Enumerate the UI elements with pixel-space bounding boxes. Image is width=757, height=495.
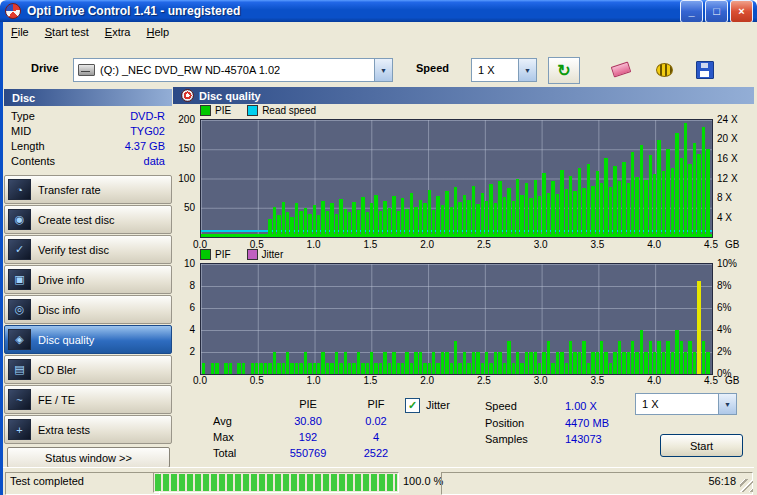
chart-bar bbox=[481, 363, 484, 374]
refresh-button[interactable]: ↻ bbox=[548, 57, 580, 84]
status-window-button[interactable]: Status window >> bbox=[7, 447, 170, 468]
pif-legend: PIFJitter bbox=[200, 249, 283, 260]
axis-tick-label: 1.5 bbox=[363, 239, 377, 250]
resize-grip[interactable] bbox=[740, 479, 753, 492]
chart-bar bbox=[485, 201, 488, 237]
disc-info-icon: ◎ bbox=[8, 299, 31, 320]
maximize-button[interactable]: □ bbox=[705, 0, 728, 23]
chart-bar bbox=[516, 352, 519, 374]
chart-bar bbox=[529, 352, 532, 374]
disc-info-row: Length4.37 GB bbox=[3, 139, 173, 154]
chart-bar bbox=[352, 202, 355, 237]
title-bar[interactable]: Opti Drive Control 1.41 - unregistered _… bbox=[0, 0, 757, 22]
drive-select[interactable]: (Q:) _NEC DVD_RW ND-4570A 1.02 ▼ bbox=[73, 58, 393, 82]
sidebar-item-label: Disc quality bbox=[38, 334, 94, 346]
axis-tick-label: 2.5 bbox=[477, 239, 491, 250]
chart-bar bbox=[688, 164, 691, 237]
chart-bar bbox=[348, 212, 351, 237]
chart-bar bbox=[264, 234, 267, 237]
axis-unit-label: GB bbox=[725, 375, 739, 386]
chart-bar bbox=[326, 363, 329, 374]
sidebar: Disc TypeDVD-RMIDTYG02Length4.37 GBConte… bbox=[3, 87, 174, 467]
pie-axis-right: 24 X20 X16 X12 X8 X4 X bbox=[714, 119, 752, 236]
chart-bar bbox=[357, 352, 360, 374]
pif-axis-right: 10%8%6%4%2%0% bbox=[714, 263, 752, 373]
stat-label: Avg bbox=[213, 415, 232, 427]
chart-bar bbox=[516, 179, 519, 238]
bee-button[interactable] bbox=[649, 57, 679, 82]
chart-bar bbox=[432, 352, 435, 374]
chart-bar bbox=[374, 195, 377, 237]
menu-extra[interactable]: Extra bbox=[97, 24, 139, 40]
legend-item: PIE bbox=[200, 105, 231, 116]
speed-select[interactable]: 1 X ▼ bbox=[471, 58, 537, 82]
chart-bar bbox=[653, 352, 656, 374]
chart-bar bbox=[551, 363, 554, 374]
info-value: DVD-R bbox=[130, 109, 165, 124]
pie-bars bbox=[201, 120, 712, 237]
test-speed-select[interactable]: 1 X ▼ bbox=[635, 393, 737, 415]
chart-bar bbox=[414, 352, 417, 374]
sidebar-item-cd-bler[interactable]: ▤CD Bler bbox=[4, 355, 172, 384]
axis-tick-label: 2 bbox=[189, 346, 195, 357]
chart-bar bbox=[467, 200, 470, 237]
drive-label: Drive bbox=[31, 62, 59, 74]
chart-bar bbox=[609, 363, 612, 374]
jitter-checkbox[interactable]: ✓ bbox=[405, 398, 420, 413]
speed-select-value: 1 X bbox=[472, 64, 495, 76]
menu-start-test[interactable]: Start test bbox=[37, 24, 97, 40]
chart-bar bbox=[339, 363, 342, 374]
close-button[interactable]: × bbox=[730, 0, 753, 23]
eraser-icon bbox=[611, 61, 632, 77]
chart-bar bbox=[644, 180, 647, 237]
samples-stat-value: 143073 bbox=[565, 433, 602, 445]
minimize-button[interactable]: _ bbox=[680, 0, 703, 23]
chart-bar bbox=[520, 195, 523, 237]
chart-bar bbox=[242, 235, 245, 237]
sidebar-item-verify-test-disc[interactable]: ✓Verify test disc bbox=[4, 235, 172, 264]
disc-info-row: Contentsdata bbox=[3, 154, 173, 169]
menu-file[interactable]: File bbox=[3, 24, 37, 40]
chart-bar bbox=[534, 352, 537, 374]
chart-bar bbox=[344, 209, 347, 237]
chart-bar bbox=[649, 155, 652, 237]
chart-bar bbox=[344, 352, 347, 374]
legend-swatch bbox=[200, 249, 211, 260]
chevron-down-icon[interactable]: ▼ bbox=[718, 394, 736, 414]
sidebar-item-label: Extra tests bbox=[38, 424, 90, 436]
chart-bar bbox=[308, 214, 311, 237]
axis-tick-label: 8% bbox=[717, 280, 731, 291]
chart-bar bbox=[366, 363, 369, 374]
chart-bar bbox=[220, 236, 223, 237]
sidebar-item-drive-info[interactable]: ▣Drive info bbox=[4, 265, 172, 294]
chart-bar bbox=[472, 352, 475, 374]
sidebar-item-extra-tests[interactable]: +Extra tests bbox=[4, 415, 172, 444]
sidebar-item-create-test-disc[interactable]: ◉Create test disc bbox=[4, 205, 172, 234]
chart-bar bbox=[503, 197, 506, 237]
chart-bar bbox=[631, 152, 634, 237]
chevron-down-icon[interactable]: ▼ bbox=[518, 59, 536, 81]
chevron-down-icon[interactable]: ▼ bbox=[374, 59, 392, 81]
chart-bar bbox=[286, 212, 289, 237]
save-button[interactable] bbox=[690, 57, 720, 82]
axis-tick-label: 4.0 bbox=[647, 375, 661, 386]
erase-button[interactable] bbox=[606, 57, 636, 82]
sidebar-item-disc-info[interactable]: ◎Disc info bbox=[4, 295, 172, 324]
sidebar-item-fe-te[interactable]: ~FE / TE bbox=[4, 385, 172, 414]
sidebar-item-transfer-rate[interactable]: ◔Transfer rate bbox=[4, 175, 172, 204]
transfer-rate-icon: ◔ bbox=[8, 179, 31, 200]
chart-bar bbox=[458, 363, 461, 374]
legend-label: Read speed bbox=[262, 105, 316, 116]
chart-bar bbox=[374, 363, 377, 374]
speed-stat-label: Speed bbox=[485, 400, 517, 412]
chart-bar bbox=[560, 170, 563, 237]
sidebar-item-disc-quality[interactable]: ◈Disc quality bbox=[4, 325, 172, 354]
chart-bar bbox=[657, 341, 660, 374]
chart-bar bbox=[476, 352, 479, 374]
chart-bar bbox=[503, 363, 506, 374]
menu-help[interactable]: Help bbox=[138, 24, 177, 40]
app-icon bbox=[5, 3, 21, 19]
start-button[interactable]: Start bbox=[660, 434, 743, 457]
chart-bar bbox=[445, 352, 448, 374]
chart-bar bbox=[547, 193, 550, 237]
